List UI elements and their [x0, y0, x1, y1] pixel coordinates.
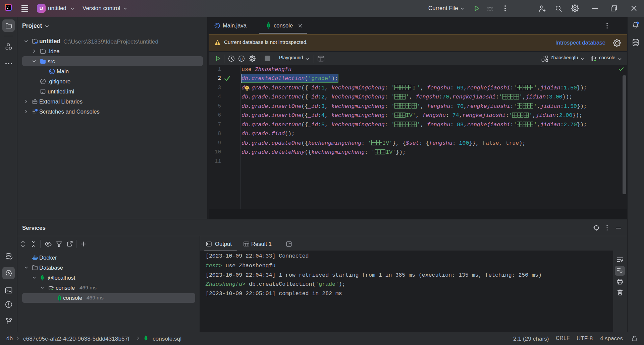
svg-text:p: p	[240, 57, 243, 61]
